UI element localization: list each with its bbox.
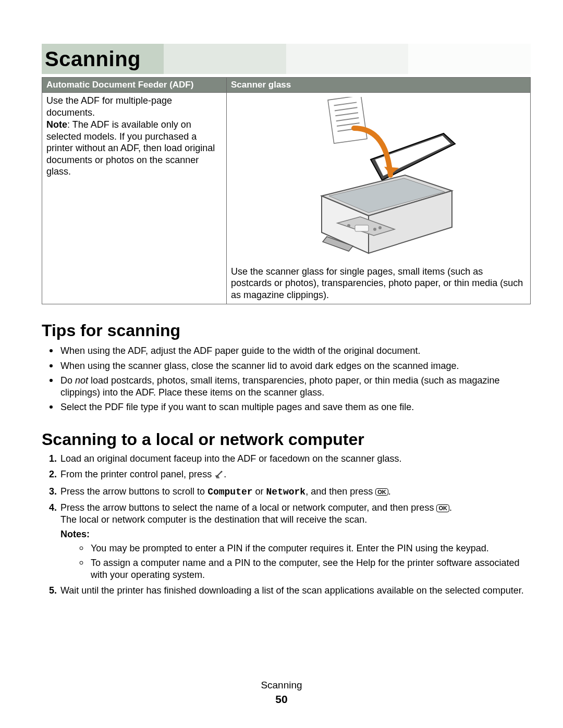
notes-label: Notes:: [60, 528, 531, 540]
step-2a: From the printer control panel, press: [60, 469, 214, 479]
adf-note-text: : The ADF is available only on selected …: [46, 119, 215, 177]
page-number: 50: [0, 693, 563, 706]
tips-list: When using the ADF, adjust the ADF paper…: [42, 344, 531, 413]
step-3: Press the arrow buttons to scroll to Com…: [59, 486, 531, 498]
step-3a: Press the arrow buttons to scroll to: [60, 486, 207, 497]
scanner-glass-illustration: [231, 95, 526, 263]
step-4b: .: [449, 502, 452, 513]
list-item: When using the ADF, adjust the ADF paper…: [59, 344, 531, 357]
svg-rect-8: [355, 225, 369, 231]
tips-heading: Tips for scanning: [42, 320, 531, 341]
step-4a: Press the arrow buttons to select the na…: [60, 502, 436, 513]
chapter-title: Scanning: [42, 46, 141, 72]
list-item: You may be prompted to enter a PIN if th…: [90, 541, 531, 554]
step-5: Wait until the printer has finished down…: [59, 585, 531, 597]
adf-cell: Use the ADF for multiple-page documents.…: [42, 93, 227, 304]
glass-caption: Use the scanner glass for single pages, …: [231, 266, 526, 301]
step-1: Load an original document faceup into th…: [59, 453, 531, 465]
literal-computer: Computer: [207, 487, 252, 497]
adf-note: Note: The ADF is available only on selec…: [46, 119, 222, 178]
step-2b: .: [224, 469, 226, 479]
step-2: From the printer control panel, press .: [59, 468, 531, 482]
chapter-banner: Scanning: [42, 44, 531, 74]
page-footer: Scanning 50: [0, 679, 563, 706]
glass-cell: Use the scanner glass for single pages, …: [227, 93, 531, 304]
step-4-line2: The local or network computer is the des…: [60, 514, 531, 526]
list-item: Select the PDF file type if you want to …: [59, 400, 531, 413]
table-header-glass: Scanner glass: [227, 78, 531, 93]
list-item: To assign a computer name and a PIN to t…: [90, 556, 531, 581]
literal-network: Network: [266, 487, 306, 497]
scan-to-steps: Load an original document faceup into th…: [42, 453, 531, 597]
footer-title: Scanning: [0, 679, 563, 692]
notes-list: You may be prompted to enter a PIN if th…: [60, 541, 531, 581]
svg-point-10: [378, 226, 382, 229]
step-3c: .: [388, 486, 391, 497]
not-emphasis: not: [75, 375, 88, 386]
step-4: Press the arrow buttons to select the na…: [59, 502, 531, 581]
step-3b: , and then press: [305, 486, 375, 497]
adf-note-label: Note: [46, 119, 67, 130]
ok-icon: OK: [375, 488, 388, 496]
step-3-or: or: [253, 486, 266, 497]
list-item: Do not load postcards, photos, small ite…: [59, 374, 531, 398]
svg-point-11: [347, 224, 350, 227]
scan-to-heading: Scanning to a local or network computer: [42, 429, 531, 450]
list-item: When using the scanner glass, close the …: [59, 359, 531, 372]
svg-point-9: [373, 228, 376, 231]
ok-icon: OK: [436, 504, 449, 512]
scan-icon: [214, 470, 224, 482]
svg-point-12: [221, 471, 223, 473]
table-header-adf: Automatic Document Feeder (ADF): [42, 78, 227, 93]
adf-line1: Use the ADF for multiple-page documents.: [46, 95, 222, 118]
scanning-options-table: Automatic Document Feeder (ADF) Scanner …: [42, 77, 531, 304]
